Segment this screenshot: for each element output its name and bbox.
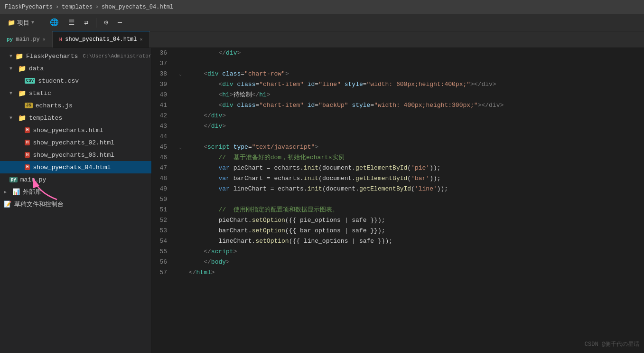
code-text: id [308, 79, 315, 90]
code-line-44 [185, 132, 644, 142]
sidebar-item-show-02[interactable]: H show_pyecharts_02.html [0, 136, 151, 149]
code-editor[interactable]: 36 37 38 39 40 41 42 43 44 45 46 47 48 4… [152, 48, 644, 353]
html-file-icon: H [25, 127, 30, 133]
sidebar-item-echarts-js[interactable]: JS echarts.js [0, 99, 151, 112]
project-label: 项目 [17, 19, 29, 27]
code-text: body [211, 257, 226, 267]
code-text: // 基于准备好的dom，初始化echarts实例 [218, 153, 344, 163]
line-num-36: 36 [152, 48, 171, 58]
sidebar-item-show-04[interactable]: H show_pyechats_04.html [0, 161, 151, 173]
code-text: = [241, 69, 244, 79]
sidebar-label-show-02: show_pyecharts_02.html [33, 139, 114, 146]
code-text: ( [407, 173, 411, 184]
code-text: = [255, 79, 259, 90]
indicator-44 [176, 132, 185, 142]
indicator-39 [176, 79, 185, 90]
indicator-50 [176, 194, 185, 205]
line-num-47: 47 [152, 163, 171, 173]
indicator-42 [176, 111, 185, 121]
line-num-45: 45 [152, 142, 171, 153]
external-lib-icon: 📊 [12, 188, 20, 196]
line-num-55: 55 [152, 247, 171, 257]
sidebar-item-show-03[interactable]: H show_pyecharts_03.html [0, 149, 151, 161]
tab-close-main-py[interactable]: ✕ [43, 37, 46, 42]
minimize-icon: — [118, 19, 122, 27]
html-file-icon-3: H [25, 152, 30, 158]
line-num-56: 56 [152, 257, 171, 267]
title-project: FlaskPyecharts [5, 4, 53, 10]
code-text [189, 257, 204, 267]
code-text [189, 79, 218, 90]
code-text: ( [407, 163, 411, 173]
menu-separator-2 [96, 18, 96, 28]
chevron-down-icon: ▼ [9, 91, 15, 96]
sidebar-item-show-01[interactable]: H show_pyecharts.html [0, 124, 151, 136]
title-folder: templates [62, 4, 93, 10]
code-text: < [218, 90, 222, 100]
chevron-down-icon: ▼ [9, 115, 15, 121]
code-text: 待绘制 [233, 90, 252, 100]
sidebar-item-student-csv[interactable]: CSV student.csv [0, 75, 151, 87]
code-text: )); [437, 184, 448, 194]
chevron-down-icon: ▼ [31, 20, 34, 25]
sidebar-item-draft-console[interactable]: 📝 草稿文件和控制台 [0, 198, 151, 210]
code-text: </ [204, 257, 211, 267]
code-text: < [218, 100, 222, 111]
code-line-53: barChart.setOption({{ bar_options | safe… [185, 226, 644, 236]
code-text: setOption [255, 236, 289, 247]
code-text: (document. [322, 184, 359, 194]
code-text: ({{ pie_options | safe }}); [285, 215, 385, 226]
code-text [230, 142, 233, 153]
code-line-43: </div> [185, 121, 644, 132]
sidebar-item-static-folder[interactable]: ▼ 📁 static [0, 87, 151, 99]
project-menu-item[interactable]: 📁 项目 ▼ [4, 17, 38, 29]
title-sep1: › [56, 4, 59, 10]
tab-main-py[interactable]: py main.py ✕ [0, 31, 52, 48]
title-file: show_pyechats_04.html [102, 4, 173, 10]
indicator-51 [176, 205, 185, 215]
sidebar-item-data-folder[interactable]: ▼ 📁 data [0, 62, 151, 75]
line-num-37: 37 [152, 58, 171, 69]
code-line-49: var lineChart = echarts.init(document.ge… [185, 184, 644, 194]
indicator-52 [176, 215, 185, 226]
code-text: > [230, 90, 233, 100]
code-text: ></div> [470, 79, 496, 90]
code-text: id [308, 100, 315, 111]
sidebar-label-echarts-js: echarts.js [36, 102, 73, 109]
code-text: h1 [259, 90, 267, 100]
code-text: < [218, 79, 222, 90]
code-text: ></div> [478, 100, 504, 111]
code-text: ({{ line_options | safe }}); [289, 236, 392, 247]
code-text [189, 163, 218, 173]
tab-show-html[interactable]: H show_pyechats_04.html ✕ [52, 31, 150, 48]
code-text: "chart-row" [244, 69, 285, 79]
sidebar: ▼ 📁 FlaskPyecharts C:\Users\Administrato… [0, 48, 152, 353]
sidebar-label-data: data [29, 65, 44, 72]
line-num-53: 53 [152, 226, 171, 236]
code-text: type [233, 142, 248, 153]
settings-button[interactable]: ⚙ [100, 16, 112, 29]
code-text: // 使用刚指定的配置项和数据显示图表。 [218, 205, 338, 215]
sidebar-item-main-py[interactable]: py main.py [0, 173, 151, 186]
collapse-all-button[interactable]: ☰ [65, 16, 78, 29]
sidebar-item-external-libs[interactable]: ▶ 📊 外部库 [0, 186, 151, 198]
line-num-43: 43 [152, 121, 171, 132]
sync-button[interactable]: ⇄ [80, 16, 92, 29]
code-text: getElementById [355, 173, 407, 184]
sidebar-label-main-py: main.py [20, 176, 47, 183]
js-file-icon: JS [25, 103, 33, 108]
minimize-button[interactable]: — [114, 17, 126, 29]
sidebar-project-root[interactable]: ▼ 📁 FlaskPyecharts C:\Users\Administrato… [0, 50, 151, 62]
indicator-48 [176, 173, 185, 184]
code-line-54: lineChart.setOption({{ line_options | sa… [185, 236, 644, 247]
code-text: > [285, 69, 289, 79]
sidebar-item-templates-folder[interactable]: ▼ 📁 templates [0, 112, 151, 124]
code-text: div [211, 121, 222, 132]
code-text: getElementById [359, 184, 411, 194]
add-directory-button[interactable]: 🌐 [46, 16, 63, 29]
code-text [304, 79, 308, 90]
tab-close-show-html[interactable]: ✕ [140, 37, 143, 42]
line-num-42: 42 [152, 111, 171, 121]
code-text: style [352, 100, 370, 111]
code-text: = [370, 100, 374, 111]
